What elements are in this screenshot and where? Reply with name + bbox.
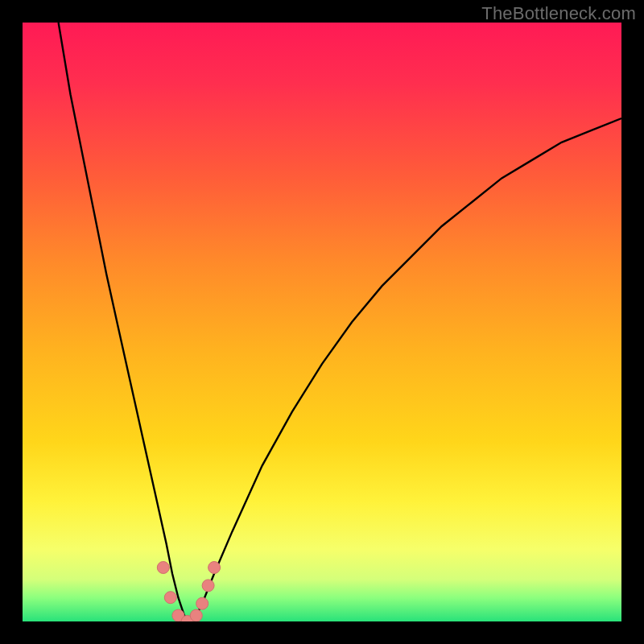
curve-marker (208, 562, 221, 574)
bottleneck-chart (23, 23, 621, 621)
curve-marker (157, 562, 169, 574)
curve-marker (164, 592, 176, 604)
curve-marker (190, 609, 202, 621)
curve-marker (202, 580, 214, 592)
watermark-text: TheBottleneck.com (481, 3, 636, 24)
gradient-field (23, 23, 621, 621)
chart-frame (23, 23, 621, 621)
curve-marker (196, 597, 208, 609)
